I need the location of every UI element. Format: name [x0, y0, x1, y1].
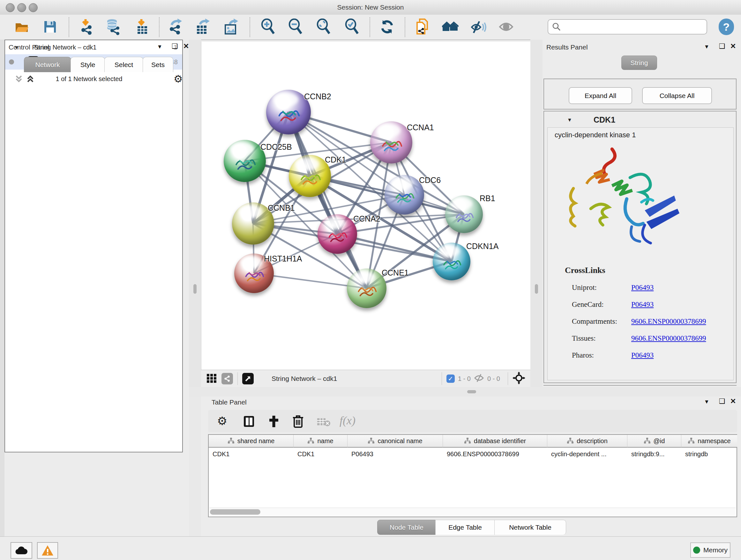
column-header-id[interactable]: @id — [627, 435, 681, 448]
column-type-icon — [464, 437, 471, 444]
network-node-cdkn1a[interactable] — [433, 243, 470, 280]
show-columns-icon[interactable] — [243, 415, 255, 429]
open-session-button[interactable] — [13, 18, 30, 36]
tab-select[interactable]: Select — [105, 57, 143, 72]
table-row-cell[interactable]: P06493 — [347, 448, 443, 460]
panel-close-icon[interactable]: ✕ — [183, 43, 189, 50]
network-node-ccna2[interactable] — [318, 214, 357, 254]
crosslink-genecard-link[interactable]: P06493 — [631, 300, 654, 309]
detach-view-icon[interactable] — [242, 373, 254, 384]
tab-network-table[interactable]: Network Table — [494, 520, 566, 535]
viewbar-separator — [442, 372, 442, 385]
node-label-cdkn1a: CDKN1A — [466, 242, 498, 251]
import-network-button[interactable] — [78, 18, 95, 36]
export-image-button[interactable] — [223, 18, 239, 36]
hidden-eye-icon[interactable] — [474, 374, 484, 384]
panel-float-icon[interactable]: ❑ — [719, 398, 725, 405]
string-view-icon[interactable] — [221, 373, 233, 384]
tab-node-table[interactable]: Node Table — [377, 520, 436, 535]
table-row-cell[interactable]: CDK1 — [209, 448, 293, 460]
tab-style[interactable]: Style — [71, 57, 105, 72]
panel-float-icon[interactable]: ❑ — [172, 43, 178, 50]
table-row-cell[interactable]: CDK1 — [293, 448, 347, 460]
export-table-button[interactable] — [194, 18, 211, 36]
panel-close-icon[interactable]: ✕ — [730, 398, 736, 405]
protein-structure-thumbnail — [441, 254, 461, 275]
show-eye-button[interactable] — [498, 18, 515, 36]
column-header-database-identifier[interactable]: database identifier — [443, 435, 547, 448]
network-node-ccna1[interactable] — [370, 121, 412, 164]
column-header-namespace[interactable]: namespace — [681, 435, 737, 448]
column-header-name[interactable]: name — [293, 435, 347, 448]
network-canvas[interactable]: CCNB2CCNA1CDC25BCDK1CDC6RB1CCNB1CCNA2CDK… — [201, 42, 531, 370]
add-column-icon[interactable] — [267, 415, 280, 429]
zoom-in-button[interactable] — [260, 18, 276, 36]
tab-string[interactable]: String — [621, 56, 657, 70]
function-builder-icon[interactable]: f(x) — [340, 414, 355, 427]
import-table-icon — [135, 18, 150, 35]
table-row-cell[interactable]: stringdb — [681, 448, 737, 460]
delete-table-icon[interactable] — [317, 417, 331, 428]
crosslink-compartments-link[interactable]: 9606.ENSP00000378699 — [631, 317, 706, 326]
search-input[interactable] — [548, 19, 707, 35]
network-options-gear-icon[interactable]: ⚙ — [174, 73, 183, 85]
warning-status-button[interactable] — [37, 542, 58, 559]
panel-menu-chevron-icon[interactable]: ▼ — [704, 399, 710, 405]
birdseye-navigator-icon[interactable] — [513, 372, 525, 386]
crosslink-uniprot-link[interactable]: P06493 — [631, 284, 654, 292]
tab-network[interactable]: Network — [24, 57, 71, 72]
network-node-ccne1[interactable] — [347, 268, 387, 308]
table-row-cell[interactable]: cyclin-dependent ... — [547, 448, 627, 460]
network-node-rb1[interactable] — [445, 195, 483, 233]
zoom-fit-button[interactable] — [315, 18, 332, 36]
column-type-icon — [367, 437, 375, 444]
zoom-out-button[interactable] — [287, 18, 304, 36]
selected-nodes-checkbox[interactable]: ✓ — [447, 374, 455, 383]
cloud-status-button[interactable] — [10, 542, 32, 559]
home-button[interactable] — [442, 18, 459, 36]
protein-structure-thumbnail — [393, 187, 414, 209]
delete-column-trash-icon[interactable] — [292, 415, 305, 430]
network-view-toolbar: String Network – cdk1 ✓ 1 - 0 0 - 0 — [201, 370, 530, 387]
expand-all-button[interactable]: Expand All — [569, 87, 632, 104]
right-splitter[interactable] — [530, 40, 542, 387]
tab-sets[interactable]: Sets — [143, 57, 173, 72]
collapse-all-networks-icon[interactable] — [14, 74, 23, 85]
column-header-description[interactable]: description — [547, 435, 627, 448]
memory-button[interactable]: Memory — [690, 543, 731, 558]
help-button[interactable]: ? — [719, 18, 734, 35]
import-network-from-database-button[interactable] — [105, 18, 121, 36]
panel-float-icon[interactable]: ❑ — [719, 43, 725, 50]
network-node-cdc6[interactable] — [385, 175, 424, 214]
save-session-button[interactable] — [42, 18, 58, 36]
panel-menu-chevron-icon[interactable]: ▼ — [157, 44, 162, 50]
gene-collapse-icon[interactable]: ▼ — [567, 117, 572, 123]
export-network-button[interactable] — [167, 18, 184, 36]
copy-results-button[interactable] — [414, 18, 430, 36]
crosslink-pharos-link[interactable]: P06493 — [631, 351, 654, 360]
horizontal-splitter[interactable] — [189, 387, 741, 396]
hide-panel-button[interactable] — [470, 18, 487, 36]
refresh-button[interactable] — [379, 18, 395, 36]
crosslink-tissues-link[interactable]: 9606.ENSP00000378699 — [631, 334, 706, 343]
collapse-all-button[interactable]: Collapse All — [642, 87, 712, 104]
network-node-cdc25b[interactable] — [224, 140, 266, 182]
splitter-handle[interactable] — [467, 390, 476, 393]
panel-menu-chevron-icon[interactable]: ▼ — [704, 44, 710, 50]
panel-close-icon[interactable]: ✕ — [730, 43, 736, 50]
table-settings-gear-icon[interactable]: ⚙ — [217, 415, 227, 428]
expand-all-networks-icon[interactable] — [25, 74, 35, 85]
table-horizontal-scrollbar[interactable] — [209, 508, 736, 516]
column-header-shared-name[interactable]: shared name — [209, 435, 293, 448]
grid-view-icon[interactable] — [206, 373, 217, 385]
splitter-handle[interactable] — [535, 284, 538, 294]
left-splitter[interactable] — [189, 40, 201, 387]
table-row-cell[interactable]: 9606.ENSP00000378699 — [443, 448, 547, 460]
import-table-button[interactable] — [134, 18, 151, 36]
zoom-selected-button[interactable] — [344, 18, 360, 36]
scrollbar-thumb[interactable] — [210, 509, 260, 515]
column-header-canonical-name[interactable]: canonical name — [347, 435, 443, 448]
table-row-cell[interactable]: stringdb:9... — [627, 448, 681, 460]
tab-edge-table[interactable]: Edge Table — [435, 520, 495, 535]
splitter-handle[interactable] — [193, 284, 197, 294]
